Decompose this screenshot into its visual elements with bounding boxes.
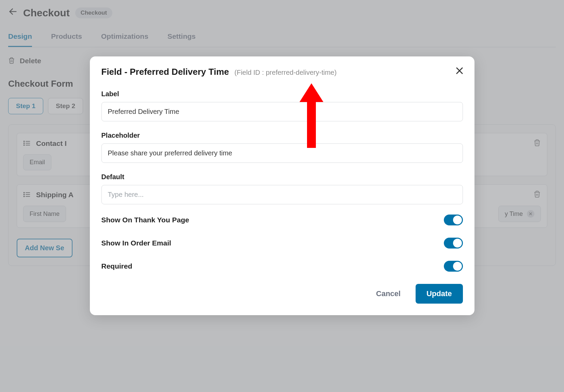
- modal-title-prefix: Field -: [101, 67, 130, 77]
- modal-footer: Cancel Update: [101, 284, 463, 304]
- required-toggle[interactable]: [444, 261, 463, 272]
- field-edit-modal: Field - Preferred Delivery Time (Field I…: [90, 56, 474, 315]
- show-thank-you-row: Show On Thank You Page: [101, 215, 463, 225]
- update-button[interactable]: Update: [416, 284, 463, 304]
- show-thank-you-label: Show On Thank You Page: [101, 216, 189, 224]
- placeholder-input[interactable]: [101, 143, 463, 163]
- cancel-button[interactable]: Cancel: [376, 289, 401, 298]
- modal-title-name: Preferred Delivery Time: [130, 67, 229, 77]
- default-input[interactable]: [101, 185, 463, 204]
- modal-title: Field - Preferred Delivery Time: [101, 67, 229, 77]
- show-email-label: Show In Order Email: [101, 239, 171, 247]
- modal-header: Field - Preferred Delivery Time (Field I…: [101, 67, 463, 77]
- label-input[interactable]: [101, 102, 463, 121]
- default-field-label: Default: [101, 173, 463, 181]
- show-email-toggle[interactable]: [444, 238, 463, 249]
- field-id-meta: (Field ID : preferred-delivery-time): [235, 69, 337, 76]
- modal-overlay: Field - Preferred Delivery Time (Field I…: [0, 0, 564, 392]
- required-label: Required: [101, 262, 132, 270]
- close-icon[interactable]: [455, 66, 464, 75]
- show-thank-you-toggle[interactable]: [444, 215, 463, 225]
- show-email-row: Show In Order Email: [101, 238, 463, 249]
- placeholder-group: Placeholder: [101, 132, 463, 163]
- default-group: Default: [101, 173, 463, 204]
- placeholder-field-label: Placeholder: [101, 132, 463, 139]
- required-row: Required: [101, 261, 463, 272]
- label-field-label: Label: [101, 90, 463, 98]
- label-group: Label: [101, 90, 463, 121]
